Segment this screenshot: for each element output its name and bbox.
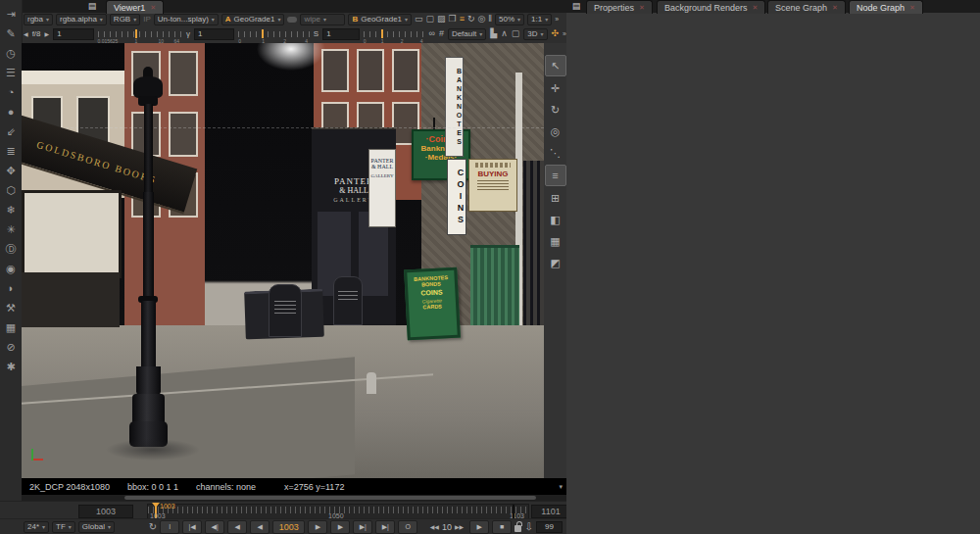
channels-dropdown[interactable]: rgba▾ bbox=[24, 14, 53, 25]
display-channel-dropdown[interactable]: RGB▾ bbox=[110, 14, 140, 25]
views-tool-icon[interactable]: Ⓓ bbox=[0, 239, 22, 259]
selection-box-icon[interactable]: ▢ bbox=[512, 29, 520, 38]
flipbook-stop-button[interactable]: ■ bbox=[492, 520, 512, 534]
pane-menu-icon[interactable]: ▤ bbox=[570, 1, 582, 12]
chevron-down-icon[interactable]: ▾ bbox=[559, 483, 563, 490]
color-tool-icon[interactable]: ◔ bbox=[0, 82, 22, 102]
gain-slider[interactable]: 0.015625 1 10 64 bbox=[98, 31, 182, 37]
gamma-display-icon[interactable]: ▢ bbox=[426, 15, 435, 24]
gain-input[interactable]: 1 bbox=[53, 28, 93, 40]
lut-dropdown[interactable]: Default▾ bbox=[448, 28, 486, 40]
cache-memory-field[interactable]: 99 bbox=[536, 521, 563, 533]
gain-decrease-icon[interactable]: ◀ bbox=[24, 31, 28, 37]
gain-increase-icon[interactable]: ▶ bbox=[45, 31, 50, 37]
refresh-icon[interactable]: ↻ bbox=[467, 15, 475, 24]
loop-mode-icon[interactable]: ↻ bbox=[149, 522, 157, 532]
jump-forward-icon[interactable]: ▶▶ bbox=[455, 524, 464, 530]
metadata-tool-icon[interactable]: ◉ bbox=[0, 259, 22, 278]
merge-tool-icon[interactable]: ≣ bbox=[0, 141, 22, 161]
3d-tool-icon[interactable]: ⬡ bbox=[0, 180, 22, 200]
zoom-dropdown[interactable]: 50%▾ bbox=[495, 14, 524, 25]
viewer-canvas[interactable]: PANTER & HALL GALLERY PANTER & HALL GALL… bbox=[22, 43, 544, 478]
scrollbar-thumb[interactable] bbox=[124, 496, 536, 500]
step-back-button[interactable]: ◀ bbox=[250, 520, 270, 534]
close-icon[interactable]: ✕ bbox=[832, 4, 838, 12]
plugins-icon[interactable]: ⊘ bbox=[0, 337, 22, 357]
translate-tool-icon[interactable]: ✛ bbox=[546, 78, 565, 98]
wipe-toggle[interactable] bbox=[287, 17, 297, 23]
viewer-process-dropdown[interactable]: Un-ton...splay)▾ bbox=[154, 14, 219, 25]
stereo-glasses-icon[interactable]: ∞ bbox=[428, 29, 434, 38]
range-end-input[interactable]: 1101 bbox=[531, 505, 570, 518]
skew-tool-icon[interactable]: ⋱ bbox=[546, 143, 565, 163]
play-backward-button[interactable]: ◀ bbox=[227, 520, 247, 534]
jump-back-icon[interactable]: ◀◀ bbox=[430, 524, 439, 530]
range-scope-dropdown[interactable]: Global▾ bbox=[78, 521, 115, 533]
scene-view-icon[interactable]: ▙ bbox=[490, 29, 497, 38]
close-icon[interactable]: ✕ bbox=[909, 4, 915, 12]
goto-start-button[interactable]: |◀ bbox=[182, 520, 202, 534]
range-start-input[interactable]: 1003 bbox=[78, 505, 133, 518]
layers-icon[interactable]: ❐ bbox=[449, 15, 457, 24]
close-icon[interactable]: ✕ bbox=[753, 4, 759, 12]
time-tool-icon[interactable]: ◷ bbox=[0, 43, 22, 63]
prev-keyframe-button[interactable]: ◀| bbox=[205, 520, 224, 534]
cursor-tool-icon[interactable]: ↖ bbox=[545, 55, 566, 76]
pixel-aspect-dropdown[interactable]: 1:1▾ bbox=[527, 14, 552, 25]
particles-tool-icon[interactable]: ❄ bbox=[0, 200, 22, 219]
timeline-ruler[interactable]: 1003 1003 1050 1103 bbox=[147, 504, 529, 519]
current-frame-field[interactable]: 1003 bbox=[272, 520, 305, 534]
eject-icon[interactable]: ⇩ bbox=[524, 522, 532, 532]
filter-tool-icon[interactable]: ● bbox=[0, 102, 22, 121]
close-icon[interactable]: ✕ bbox=[639, 4, 645, 12]
wipe-dropdown[interactable]: wipe▾ bbox=[300, 14, 345, 25]
saturation-slider[interactable]: 0 1 2 4 bbox=[364, 31, 425, 37]
play-forward-button[interactable]: ▶ bbox=[330, 520, 350, 534]
rotate-tool-icon[interactable]: ↻ bbox=[546, 100, 565, 120]
distribute-tool-icon[interactable]: ⊞ bbox=[546, 188, 565, 208]
grid-layout-tool-icon[interactable]: ▦ bbox=[546, 231, 565, 251]
tf-dropdown[interactable]: TF▾ bbox=[52, 521, 75, 533]
pane-menu-icon[interactable]: ▤ bbox=[86, 1, 98, 12]
stereo-modes-icon[interactable]: ≡ bbox=[460, 15, 465, 24]
wireframe-grid-icon[interactable]: # bbox=[439, 29, 444, 38]
tab-node-graph[interactable]: Node Graph✕ bbox=[849, 0, 923, 14]
alpha-dropdown[interactable]: rgba.alpha▾ bbox=[56, 14, 107, 25]
draw-tool-icon[interactable]: ✎ bbox=[0, 24, 22, 43]
transform-tool-icon[interactable]: ✥ bbox=[0, 161, 22, 180]
saturation-input[interactable]: 1 bbox=[322, 28, 359, 40]
toolsets-icon[interactable]: ⚒ bbox=[0, 298, 22, 317]
next-keyframe-button[interactable]: ▶| bbox=[353, 520, 372, 534]
a-input-dropdown[interactable]: AGeoGrade1▾ bbox=[221, 14, 285, 25]
gamma-slider[interactable]: 0 1 2 4 bbox=[238, 31, 310, 37]
gizmos-icon[interactable]: ▦ bbox=[0, 317, 22, 337]
playhead-marker-icon[interactable] bbox=[152, 503, 160, 508]
deep-tool-icon[interactable]: ✳ bbox=[0, 219, 22, 239]
view-mode-dropdown[interactable]: 3D▾ bbox=[523, 28, 547, 40]
gamma-input[interactable]: 1 bbox=[194, 28, 234, 40]
gizmo-icon[interactable]: ✣ bbox=[552, 29, 560, 38]
collapse-chevrons-icon[interactable]: » bbox=[555, 16, 559, 23]
align-tool-icon[interactable]: ≡ bbox=[545, 165, 566, 186]
out-point-button[interactable]: O bbox=[398, 520, 417, 534]
mirror-tool-icon[interactable]: ◩ bbox=[546, 253, 565, 272]
grid-snap-tool-icon[interactable]: ◧ bbox=[546, 210, 565, 229]
extra-tool-icon[interactable]: ✱ bbox=[0, 357, 22, 376]
tab-scene-graph[interactable]: Scene Graph✕ bbox=[767, 0, 846, 14]
other-tool-icon[interactable]: ◗ bbox=[0, 278, 22, 298]
input-process-button[interactable]: IP bbox=[143, 16, 151, 24]
proxy-mode-icon[interactable]: ▨ bbox=[437, 15, 446, 24]
lock-icon[interactable] bbox=[514, 525, 521, 532]
scale-tool-icon[interactable]: ◎ bbox=[546, 121, 565, 141]
in-point-button[interactable]: I bbox=[160, 520, 179, 534]
close-icon[interactable]: ✕ bbox=[150, 4, 156, 12]
flipbook-play-button[interactable]: ▶ bbox=[469, 520, 489, 534]
tab-properties[interactable]: Properties✕ bbox=[586, 0, 653, 14]
goto-end-button[interactable]: ▶| bbox=[375, 520, 395, 534]
fps-dropdown[interactable]: 24*▾ bbox=[24, 521, 49, 533]
b-input-dropdown[interactable]: BGeoGrade1▾ bbox=[348, 14, 412, 25]
roi-icon[interactable]: ◎ bbox=[477, 15, 485, 24]
pause-icon[interactable]: ‖ bbox=[488, 15, 492, 24]
frustum-icon[interactable]: ∧ bbox=[501, 29, 508, 38]
step-forward-button[interactable]: ▶ bbox=[308, 520, 327, 534]
